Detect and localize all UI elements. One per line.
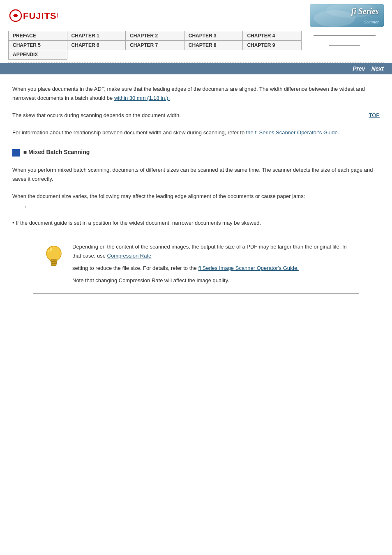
- nav-chapter8[interactable]: CHAPTER 8: [184, 41, 243, 50]
- paragraph-1-text: When you place documents in the ADF, mak…: [12, 86, 365, 101]
- logo-text: FUJITSU: [8, 7, 58, 24]
- content-body-3: • If the document guide is set in a posi…: [12, 219, 380, 228]
- svg-rect-11: [51, 264, 56, 266]
- paragraph-3-text: For information about the relationship b…: [12, 129, 244, 136]
- paragraph-2-text: The skew that occurs during scanning dep…: [12, 112, 181, 118]
- prev-next-bar: Prev Next: [0, 63, 392, 74]
- link-within-30mm[interactable]: within 30 mm (1.18 in.).: [114, 95, 170, 101]
- content-body-2: When the document size varies, the follo…: [12, 192, 380, 210]
- tip-text-3: Note that changing Compression Rate will…: [72, 277, 229, 283]
- nav-chapter7[interactable]: CHAPTER 7: [126, 41, 184, 50]
- content-block-3: For information about the relationship b…: [12, 128, 380, 137]
- tip-body-line2: setting to reduce the file size. For det…: [72, 264, 350, 273]
- nav-chapter6[interactable]: CHAPTER 6: [67, 41, 126, 50]
- fi-series-sub: Scanner: [364, 19, 379, 24]
- tip-body-line3: Note that changing Compression Rate will…: [72, 276, 350, 285]
- nav-chapter2[interactable]: CHAPTER 2: [126, 31, 184, 41]
- nav-empty-3: [184, 50, 243, 60]
- fujitsu-logo: FUJITSU: [8, 7, 58, 24]
- tip-box: Depending on the content of the scanned …: [33, 236, 359, 294]
- top-link[interactable]: TOP: [369, 111, 380, 120]
- fi-series-logo: fi Series Scanner: [310, 4, 384, 27]
- nav-line-cell-2: [302, 41, 384, 50]
- nav-line-2: [329, 45, 360, 46]
- content-block-2: The skew that occurs during scanning dep…: [12, 111, 380, 120]
- nav-empty-2: [126, 50, 184, 60]
- nav-appendix[interactable]: APPENDIX: [9, 50, 67, 60]
- body-text-1: When you perform mixed batch scanning, d…: [12, 167, 373, 182]
- svg-text:FUJITSU: FUJITSU: [23, 11, 58, 21]
- operator-guide-link[interactable]: the fi Series Scanner Operator's Guide.: [246, 129, 339, 136]
- content-body-1: When you perform mixed batch scanning, d…: [12, 166, 380, 184]
- svg-rect-10: [51, 262, 57, 264]
- nav-chapter5[interactable]: CHAPTER 5: [9, 41, 67, 50]
- tip-content: Depending on the content of the scanned …: [72, 242, 350, 285]
- nav-row-2: CHAPTER 5 CHAPTER 6 CHAPTER 7 CHAPTER 8 …: [9, 41, 384, 50]
- nav-chapter9[interactable]: CHAPTER 9: [243, 41, 302, 50]
- nav-empty-1: [67, 50, 126, 60]
- body-comma-hint: ,: [25, 202, 26, 208]
- nav-chapter1[interactable]: CHAPTER 1: [67, 31, 126, 41]
- nav-chapter4[interactable]: CHAPTER 4: [243, 31, 302, 41]
- page-header: FUJITSU fi Series Scanner: [0, 0, 392, 29]
- blue-square-icon: [12, 149, 20, 157]
- nav-row-3: APPENDIX: [9, 50, 384, 60]
- svg-point-7: [48, 251, 49, 252]
- svg-point-6: [50, 248, 52, 251]
- nav-chapter3[interactable]: CHAPTER 3: [184, 31, 243, 41]
- tip-icon: [42, 242, 66, 271]
- svg-point-8: [48, 248, 50, 249]
- main-content: When you place documents in the ADF, mak…: [0, 81, 392, 314]
- tip-compression-link[interactable]: Compression Rate: [107, 253, 152, 259]
- content-block-1: When you place documents in the ADF, mak…: [12, 85, 380, 103]
- nav-preface[interactable]: PREFACE: [9, 31, 67, 41]
- tip-body-line1: Depending on the content of the scanned …: [72, 242, 350, 260]
- next-button[interactable]: Next: [371, 65, 384, 72]
- fujitsu-logo-svg: FUJITSU: [8, 7, 58, 24]
- section-header-block: ■ Mixed Batch Scanning: [12, 147, 380, 157]
- nav-table: PREFACE CHAPTER 1 CHAPTER 2 CHAPTER 3 CH…: [8, 31, 384, 60]
- nav-empty-5: [302, 50, 384, 60]
- navigation-section: PREFACE CHAPTER 1 CHAPTER 2 CHAPTER 3 CH…: [0, 31, 392, 60]
- body-text-3: • If the document guide is set in a posi…: [12, 220, 261, 226]
- tip-text-2: setting to reduce the file size. For det…: [72, 265, 197, 271]
- body-text-2: When the document size varies, the follo…: [12, 193, 305, 199]
- nav-line-cell-1: [302, 31, 384, 41]
- lightbulb-icon: [43, 243, 65, 270]
- prev-button[interactable]: Prev: [353, 65, 365, 72]
- svg-point-5: [46, 246, 61, 261]
- nav-row-1: PREFACE CHAPTER 1 CHAPTER 2 CHAPTER 3 CH…: [9, 31, 384, 41]
- nav-line-1: [314, 35, 376, 36]
- tip-guide-link[interactable]: fi Series Image Scanner Operator's Guide…: [198, 265, 299, 271]
- nav-empty-4: [243, 50, 302, 60]
- section-header-text: ■ Mixed Batch Scanning: [23, 149, 90, 155]
- fi-series-label: fi Series: [351, 7, 379, 16]
